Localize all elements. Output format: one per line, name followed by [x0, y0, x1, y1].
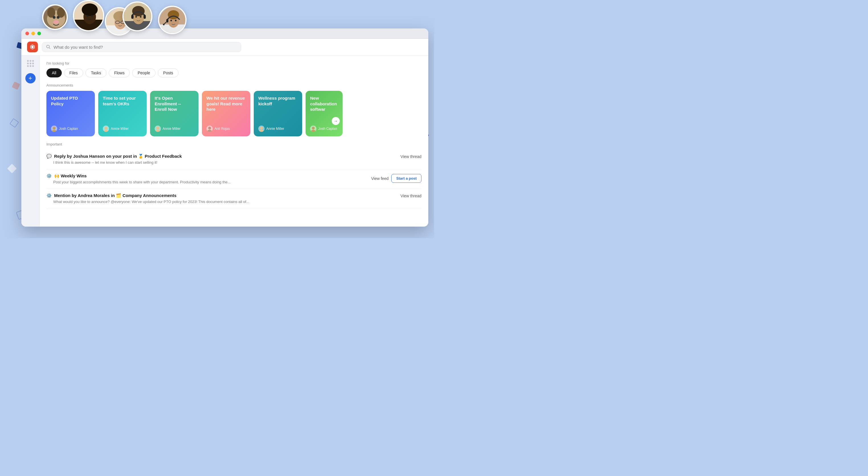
view-feed-link[interactable]: View feed: [371, 176, 389, 181]
minimize-button[interactable]: [31, 32, 35, 35]
announcements-section: Announcements Updated PTO Policy: [39, 77, 428, 142]
svg-marker-42: [31, 45, 34, 49]
main-content-area: I'm looking for All Files Tasks Flows Pe…: [39, 56, 428, 227]
svg-rect-24: [124, 3, 152, 31]
announcements-label: Announcements: [46, 83, 422, 87]
svg-point-14: [91, 15, 93, 17]
filter-all[interactable]: All: [46, 68, 62, 77]
important-item-mention: ⚙️ Mention by Andrea Morales in 🗂️ Compa…: [46, 189, 422, 209]
svg-line-44: [49, 48, 51, 49]
svg-line-38: [164, 22, 166, 24]
item-icon-mention: ⚙️: [46, 193, 52, 198]
content-area: + I'm looking for All Files Tasks Flows …: [21, 56, 428, 227]
svg-point-8: [74, 1, 104, 31]
svg-point-52: [207, 130, 212, 132]
svg-rect-28: [131, 15, 133, 19]
svg-point-40: [170, 20, 172, 21]
card-avatar-enrollment: [155, 126, 161, 132]
filter-tasks[interactable]: Tasks: [86, 68, 106, 77]
card-title-okrs: Time to set your team's OKRs: [103, 95, 142, 106]
svg-point-2: [47, 10, 65, 28]
card-author-enrollment: Annie Miller: [155, 126, 194, 132]
filters-section: I'm looking for All Files Tasks Flows Pe…: [39, 56, 428, 77]
card-avatar-okrs: [103, 126, 109, 132]
view-thread-link-2[interactable]: View thread: [400, 194, 422, 198]
announcement-card-pto[interactable]: Updated PTO Policy Josh Caplan: [46, 91, 95, 136]
announcement-card-collab[interactable]: New collaboration softwar → Josh Caplan: [306, 91, 343, 136]
svg-rect-21: [121, 21, 125, 24]
search-input[interactable]: [54, 45, 237, 50]
close-button[interactable]: [25, 32, 29, 35]
card-author-pto: Josh Caplan: [51, 126, 90, 132]
svg-point-30: [135, 16, 137, 18]
item-desc-mention: What would you like to announce? @everyo…: [46, 199, 396, 204]
item-title-mention: Mention by Andrea Morales in 🗂️ Company …: [54, 193, 177, 198]
card-title-revenue: We hit our revenue goals! Read more here: [207, 95, 246, 112]
svg-point-31: [140, 16, 142, 18]
svg-rect-37: [166, 19, 168, 23]
card-title-enrollment: It's Open Enrollment -- Enroll Now: [155, 95, 194, 112]
svg-point-3: [47, 7, 55, 18]
svg-rect-29: [144, 15, 146, 19]
card-avatar-revenue: [207, 126, 213, 132]
svg-point-12: [82, 3, 98, 16]
card-title-wellness: Wellness program kickoff: [258, 95, 298, 106]
item-icon-weekly: ⚙️: [46, 173, 52, 179]
filter-posts[interactable]: Posts: [158, 68, 179, 77]
announcements-scroll: Updated PTO Policy Josh Caplan: [46, 91, 422, 136]
filters-label: I'm looking for: [46, 61, 422, 65]
announcement-card-enrollment[interactable]: It's Open Enrollment -- Enroll Now Annie…: [150, 91, 198, 136]
search-bar[interactable]: [42, 42, 241, 52]
card-author-collab: Josh Caplan: [310, 126, 338, 132]
filter-flows[interactable]: Flows: [109, 68, 130, 77]
card-author-wellness: Annie Miller: [258, 126, 298, 132]
main-window: + I'm looking for All Files Tasks Flows …: [21, 29, 428, 227]
svg-rect-9: [74, 1, 104, 31]
avatar-woman-dark: [73, 0, 104, 31]
svg-point-49: [156, 127, 159, 130]
card-title-pto: Updated PTO Policy: [51, 95, 90, 106]
card-author-okrs: Annie Miller: [103, 126, 142, 132]
svg-point-55: [312, 127, 315, 130]
important-item-reply: 💬 Reply by Joshua Hanson on your post in…: [46, 150, 422, 169]
svg-point-11: [84, 9, 96, 24]
svg-point-35: [168, 14, 179, 28]
announcement-card-revenue[interactable]: We hit our revenue goals! Read more here…: [202, 91, 250, 136]
svg-point-45: [53, 127, 56, 130]
svg-point-26: [133, 10, 144, 24]
announcement-card-wellness[interactable]: Wellness program kickoff Annie Miller: [254, 91, 302, 136]
svg-point-46: [52, 130, 56, 132]
svg-point-13: [87, 15, 88, 17]
item-desc-weekly: Post your biggest accomplishments this w…: [46, 180, 367, 185]
card-title-collab: New collaboration softwar: [310, 95, 338, 112]
card-avatar-collab: [310, 126, 316, 132]
svg-point-53: [260, 127, 263, 130]
floating-avatars-container: [0, 0, 434, 31]
card-avatar-wellness: [258, 126, 265, 132]
svg-rect-1: [43, 5, 68, 30]
filter-files[interactable]: Files: [64, 68, 84, 77]
svg-point-18: [115, 15, 126, 29]
view-thread-link-1[interactable]: View thread: [400, 154, 422, 159]
svg-point-50: [155, 130, 160, 132]
svg-point-36: [168, 10, 179, 19]
add-button[interactable]: +: [25, 73, 36, 84]
title-bar: [21, 29, 428, 39]
important-item-weekly-wins: ⚙️ 🙌 Weekly Wins Post your biggest accom…: [46, 169, 422, 189]
svg-point-7: [53, 20, 59, 24]
filter-people[interactable]: People: [132, 68, 155, 77]
svg-point-5: [53, 16, 56, 19]
search-icon: [46, 45, 51, 49]
announcement-card-okrs[interactable]: Time to set your team's OKRs Annie Mille…: [98, 91, 147, 136]
start-post-button[interactable]: Start a post: [391, 174, 422, 183]
app-logo: [27, 41, 38, 52]
sidebar-grid-icon: [27, 60, 34, 67]
next-arrow[interactable]: →: [332, 117, 340, 125]
svg-point-39: [163, 24, 164, 25]
avatar-man-headset: [122, 1, 152, 31]
svg-point-23: [124, 3, 152, 31]
card-author-revenue: Anil Rojas: [207, 126, 246, 132]
svg-point-41: [175, 20, 177, 21]
maximize-button[interactable]: [37, 32, 41, 35]
svg-point-56: [311, 130, 315, 132]
